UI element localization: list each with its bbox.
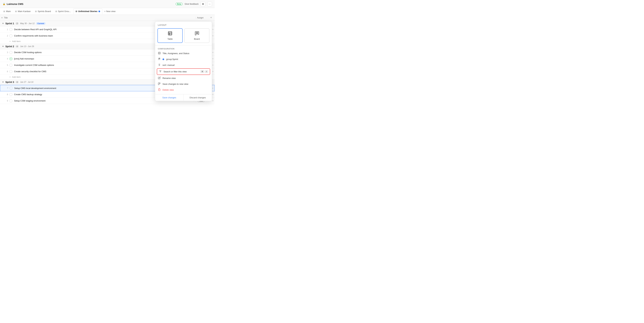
app-title: 🔒 Laimuna CMS xyxy=(3,2,23,5)
svg-rect-4 xyxy=(195,32,196,35)
task-3-number: 3 xyxy=(5,51,10,54)
filter-shortcut: ⌘ F xyxy=(200,70,208,73)
task-8-number: 8 xyxy=(5,93,10,96)
task-5-number: 5 xyxy=(5,64,10,66)
tab-sprint-group-label: Sprint Grou... xyxy=(58,10,71,12)
discard-changes-button[interactable]: Discard changes xyxy=(184,94,212,101)
add-item-2-label: Add item xyxy=(12,76,21,78)
tab-sprint-group-icon: ⊞ xyxy=(55,10,57,12)
config-fields-label: Title, Assignees, and Status xyxy=(162,52,189,55)
task-4-number: 4 xyxy=(5,58,10,60)
config-fields-icon xyxy=(158,52,161,55)
new-view-button[interactable]: + New view xyxy=(103,9,117,13)
lock-icon: 🔒 xyxy=(3,3,5,5)
sprint-2-count: 4 xyxy=(16,45,19,47)
sprint-3-collapse-chevron[interactable]: ▼ xyxy=(2,81,4,83)
layout-board-option[interactable]: Board xyxy=(184,28,210,43)
config-group-label: group:Sprint xyxy=(166,58,178,60)
tab-sprints-board-label: Sprints Board xyxy=(38,10,51,12)
assignee-column-header: Assigni xyxy=(196,16,209,19)
task-5-dropdown-arrow: ▾ xyxy=(212,64,215,66)
tab-main-kanban-icon: ⊞ xyxy=(15,10,17,12)
sprint-3-dates: Jun 27 - Jul 10 xyxy=(20,81,33,83)
add-item-label: Add item xyxy=(12,40,21,42)
config-sort-label: sort: manual xyxy=(162,64,174,66)
config-delete-label: Delete view xyxy=(162,89,174,91)
tab-active-dot xyxy=(98,10,100,12)
svg-rect-6 xyxy=(198,32,199,35)
add-item-icon: + xyxy=(10,40,11,42)
task-7-number: 7 xyxy=(5,87,10,89)
svg-rect-7 xyxy=(158,52,160,54)
popup-divider-1 xyxy=(155,45,212,45)
task-6-status-icon xyxy=(10,70,12,73)
add-item-2-icon: + xyxy=(10,76,11,78)
svg-rect-5 xyxy=(196,32,198,34)
config-filter-item[interactable]: Search or filter this view ⌘ F xyxy=(157,68,210,75)
task-4-status-icon: ● xyxy=(10,57,12,60)
config-section-label: Configuration xyxy=(155,47,212,50)
config-save-new-item[interactable]: Save changes to new view xyxy=(155,81,212,87)
tab-bar: ⊞ Main ⊞ Main Kanban ⊞ Sprints Board ⊞ S… xyxy=(0,8,215,15)
config-group-icon xyxy=(158,58,161,61)
title-column-label: Title xyxy=(4,16,8,19)
layout-popup: Layout Table xyxy=(155,21,212,101)
config-rename-icon xyxy=(158,76,161,80)
main-content: ▼ Sprint 1 2 May 30 - Jun 12 Current 1 D… xyxy=(0,21,215,104)
top-bar: 🔒 Laimuna CMS Beta Give feedback ⊞ ··· xyxy=(0,0,215,8)
config-fields-item[interactable]: Title, Assignees, and Status xyxy=(155,50,212,56)
sprint-2-collapse-chevron[interactable]: ▼ xyxy=(2,45,4,47)
tab-unfinished-stories-icon: ⊞ xyxy=(76,10,77,12)
tab-sprints-board-icon: ⊞ xyxy=(35,10,37,12)
layout-toggle-icon[interactable]: ⊞ xyxy=(200,2,205,6)
tab-main-kanban[interactable]: ⊞ Main Kanban xyxy=(13,8,33,14)
popup-footer: Save changes Discard changes xyxy=(155,94,212,101)
tab-main[interactable]: ⊞ Main xyxy=(1,8,13,14)
task-6-dropdown-arrow: ▾ xyxy=(212,70,215,72)
tab-main-label: Main xyxy=(6,10,11,12)
task-7-status-dropdown: ▾ xyxy=(212,87,214,89)
layout-table-icon xyxy=(168,31,172,37)
save-changes-button[interactable]: Save changes xyxy=(155,94,184,101)
task-3-dropdown-arrow: ▾ xyxy=(212,51,215,53)
task-9-status-icon xyxy=(10,99,12,102)
config-rename-item[interactable]: Rename view xyxy=(155,75,212,81)
sprint-1-collapse-chevron[interactable]: ▼ xyxy=(2,22,4,25)
config-sort-icon xyxy=(158,63,161,67)
task-8-status-icon xyxy=(10,93,12,96)
new-view-label: + New view xyxy=(104,10,116,12)
layout-table-option[interactable]: Table xyxy=(158,28,183,43)
config-delete-icon xyxy=(158,88,161,91)
app-title-text: Laimuna CMS xyxy=(7,2,23,5)
add-column-button[interactable]: + xyxy=(209,16,213,19)
config-save-new-icon xyxy=(158,82,161,86)
more-options-icon[interactable]: ··· xyxy=(207,2,212,6)
config-filter-label: Search or filter this view xyxy=(164,70,187,73)
shortcut-f-key: F xyxy=(205,70,208,73)
sprint-1-current-badge: Current xyxy=(36,22,46,25)
filter-icon: ≡ xyxy=(1,16,3,19)
task-6-number: 6 xyxy=(5,70,10,73)
config-sort-item[interactable]: sort: manual xyxy=(155,62,212,68)
tab-main-icon: ⊞ xyxy=(3,10,5,12)
sprint-2-name: Sprint 2 xyxy=(5,45,14,48)
config-group-item[interactable]: group:Sprint xyxy=(155,56,212,62)
task-2-number: 2 xyxy=(5,35,10,37)
sprint-3-count: 4 xyxy=(16,81,19,83)
config-section: Configuration Title, Assignees, and Stat… xyxy=(155,46,212,93)
tab-sprint-group[interactable]: ⊞ Sprint Grou... xyxy=(53,8,73,14)
task-9-number: 9 xyxy=(5,100,10,102)
task-4-dropdown-arrow: ▾ xyxy=(212,58,215,60)
config-delete-item[interactable]: Delete view xyxy=(155,87,212,93)
layout-options: Table Board xyxy=(155,28,212,45)
give-feedback-link[interactable]: Give feedback xyxy=(185,3,198,5)
tab-sprints-board[interactable]: ⊞ Sprints Board xyxy=(33,8,53,14)
svg-rect-0 xyxy=(168,32,172,35)
task-9-status-dropdown: ▾ xyxy=(212,100,215,102)
group-dot xyxy=(162,58,164,60)
tab-unfinished-stories[interactable]: ⊞ Unfinished Stories xyxy=(73,8,102,14)
layout-popup-header: Layout xyxy=(155,22,212,28)
beta-badge: Beta xyxy=(176,3,183,5)
svg-rect-18 xyxy=(159,83,160,84)
sprint-3-name: Sprint 3 xyxy=(5,81,14,83)
